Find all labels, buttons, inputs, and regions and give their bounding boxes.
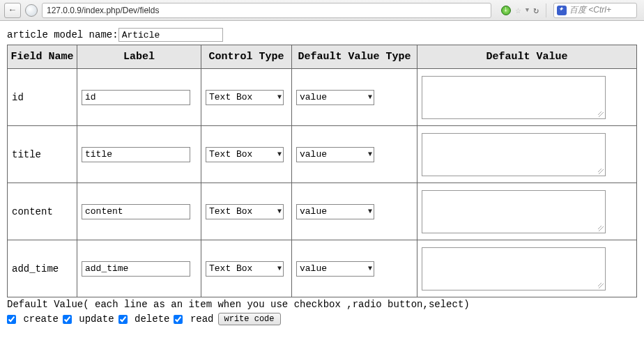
- table-row: content Text Box ▼ value ▼: [8, 183, 637, 240]
- header-default-value: Default Value: [417, 45, 637, 69]
- control-type-value: Text Box: [209, 206, 252, 217]
- read-option[interactable]: read: [174, 313, 213, 325]
- update-checkbox[interactable]: [63, 315, 72, 324]
- control-type-cell: Text Box ▼: [201, 240, 292, 297]
- default-value-cell: [417, 69, 637, 126]
- chevron-down-icon: ▼: [277, 265, 282, 272]
- field-name-cell: content: [8, 183, 77, 240]
- control-type-value: Text Box: [209, 263, 252, 274]
- back-button[interactable]: ←: [4, 3, 21, 18]
- model-name-input[interactable]: [118, 28, 223, 42]
- chevron-down-icon: ▼: [277, 208, 282, 215]
- write-code-button[interactable]: write code: [218, 313, 281, 325]
- label-cell: [77, 69, 201, 126]
- default-value-type-select[interactable]: value ▼: [296, 204, 374, 219]
- header-field-name: Field Name: [8, 45, 77, 69]
- default-value-cell: [417, 240, 637, 297]
- create-option[interactable]: create: [7, 313, 59, 325]
- header-label: Label: [77, 45, 201, 69]
- read-label: read: [190, 313, 214, 325]
- label-cell: [77, 126, 201, 183]
- control-type-select[interactable]: Text Box ▼: [206, 204, 284, 219]
- label-input[interactable]: [82, 90, 190, 105]
- table-row: id Text Box ▼ value ▼: [8, 69, 637, 126]
- update-label: update: [79, 313, 114, 325]
- chevron-down-icon: ▼: [368, 150, 372, 158]
- default-value-type-cell: value ▼: [292, 126, 417, 183]
- header-control-type: Control Type: [201, 45, 292, 69]
- baidu-icon: [557, 6, 567, 15]
- default-value-type-cell: value ▼: [292, 69, 417, 126]
- control-type-cell: Text Box ▼: [201, 69, 292, 126]
- delete-option[interactable]: delete: [118, 313, 170, 325]
- default-value-type-value: value: [300, 92, 327, 102]
- table-header-row: Field Name Label Control Type Default Va…: [8, 45, 637, 69]
- default-value-textarea[interactable]: [422, 76, 606, 119]
- browser-toolbar: ← 127.0.0.9/index.php/Dev/fields ☆ ▼ ↻ 百…: [0, 0, 644, 21]
- chevron-down-icon: ▼: [368, 265, 372, 272]
- default-value-type-value: value: [300, 263, 327, 274]
- label-input[interactable]: [82, 261, 190, 277]
- default-value-cell: [417, 126, 637, 183]
- fields-table: Field Name Label Control Type Default Va…: [7, 45, 637, 297]
- toolbar-divider: [546, 3, 546, 17]
- site-identity-icon[interactable]: [25, 4, 38, 17]
- read-checkbox[interactable]: [174, 315, 183, 324]
- control-type-value: Text Box: [209, 92, 252, 102]
- search-placeholder: 百度 <Ctrl+: [569, 4, 611, 16]
- control-type-select[interactable]: Text Box ▼: [206, 261, 284, 277]
- model-name-row: article model name:: [7, 28, 637, 42]
- control-type-select[interactable]: Text Box ▼: [206, 90, 284, 105]
- control-type-select[interactable]: Text Box ▼: [206, 147, 284, 162]
- label-cell: [77, 240, 201, 297]
- chevron-down-icon: ▼: [368, 208, 372, 215]
- field-name-cell: id: [8, 69, 77, 126]
- toolbar-right: ☆ ▼ ↻ 百度 <Ctrl+: [498, 3, 640, 18]
- footer-options: create update delete read write code: [7, 313, 637, 325]
- field-name-cell: title: [8, 126, 77, 183]
- model-name-label: article model name:: [7, 29, 118, 40]
- default-value-textarea[interactable]: [422, 133, 606, 176]
- label-input[interactable]: [82, 147, 190, 162]
- control-type-cell: Text Box ▼: [201, 126, 292, 183]
- default-value-type-select[interactable]: value ▼: [296, 90, 374, 105]
- delete-label: delete: [135, 313, 169, 325]
- header-default-value-type: Default Value Type: [292, 45, 417, 69]
- download-icon[interactable]: [501, 6, 511, 15]
- bookmark-star-icon[interactable]: ☆: [515, 4, 521, 16]
- label-input[interactable]: [82, 204, 190, 219]
- default-value-help: Default Value( each line as an item when…: [7, 299, 637, 310]
- default-value-textarea[interactable]: [422, 247, 606, 290]
- chevron-down-icon: ▼: [277, 93, 282, 101]
- default-value-type-select[interactable]: value ▼: [296, 261, 374, 277]
- default-value-type-value: value: [300, 206, 327, 217]
- bookmark-dropdown-icon[interactable]: ▼: [526, 7, 529, 14]
- field-name-cell: add_time: [8, 240, 77, 297]
- table-row: add_time Text Box ▼ value ▼: [8, 240, 637, 297]
- default-value-type-select[interactable]: value ▼: [296, 147, 374, 162]
- update-option[interactable]: update: [63, 313, 114, 325]
- create-label: create: [23, 313, 58, 325]
- default-value-cell: [417, 183, 637, 240]
- reload-icon[interactable]: ↻: [533, 5, 539, 16]
- search-engine-box[interactable]: 百度 <Ctrl+: [553, 3, 637, 18]
- control-type-cell: Text Box ▼: [201, 183, 292, 240]
- create-checkbox[interactable]: [7, 315, 16, 324]
- url-text: 127.0.0.9/index.php/Dev/fields: [47, 6, 159, 15]
- table-row: title Text Box ▼ value ▼: [8, 126, 637, 183]
- label-cell: [77, 183, 201, 240]
- default-value-type-cell: value ▼: [292, 183, 417, 240]
- default-value-type-value: value: [300, 149, 327, 160]
- control-type-value: Text Box: [209, 149, 252, 160]
- chevron-down-icon: ▼: [277, 150, 282, 158]
- url-bar[interactable]: 127.0.0.9/index.php/Dev/fields: [42, 3, 491, 18]
- default-value-textarea[interactable]: [422, 190, 606, 233]
- chevron-down-icon: ▼: [368, 93, 372, 101]
- default-value-type-cell: value ▼: [292, 240, 417, 297]
- delete-checkbox[interactable]: [118, 315, 128, 324]
- page-content: article model name: Field Name Label Con…: [0, 21, 644, 332]
